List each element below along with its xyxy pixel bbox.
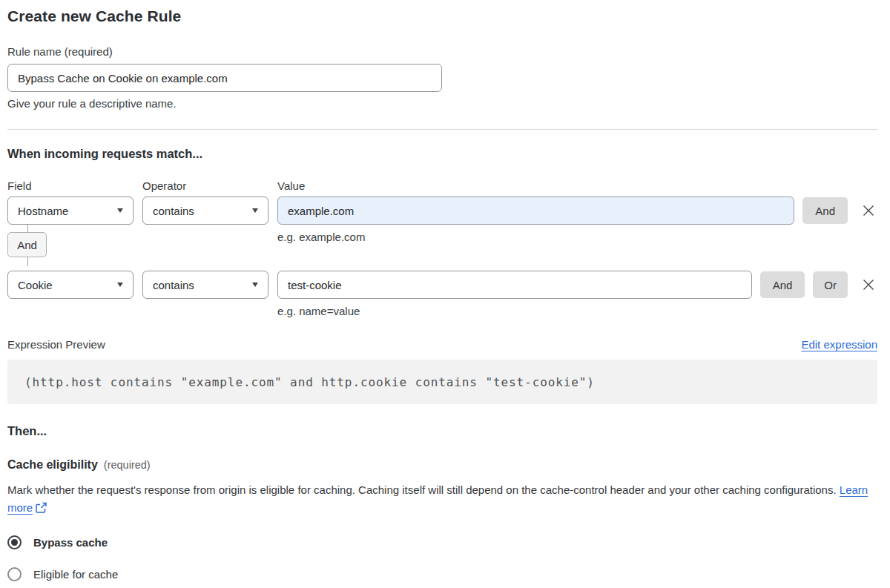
edit-expression-link[interactable]: Edit expression (801, 338, 877, 351)
value-input-1[interactable] (277, 196, 794, 225)
expression-code-block: (http.host contains "example.com" and ht… (7, 360, 877, 404)
cache-eligibility-header: Cache eligibility (required) (7, 458, 877, 472)
field-column-label: Field (7, 179, 142, 192)
rule-name-helper: Give your rule a descriptive name. (7, 97, 877, 110)
chevron-down-icon (252, 208, 258, 213)
connector-line (27, 257, 28, 266)
add-and-condition-button-1[interactable]: And (802, 197, 848, 224)
value-helper-2: e.g. name=value (277, 305, 752, 317)
close-icon (860, 277, 877, 293)
chevron-down-icon (252, 283, 258, 287)
expression-preview-header: Expression Preview Edit expression (7, 338, 877, 351)
create-cache-rule-page: Create new Cache Rule Rule name (require… (0, 0, 890, 581)
field-select-2[interactable]: Cookie (7, 271, 134, 299)
eligible-for-cache-label: Eligible for cache (33, 568, 118, 581)
condition-column-labels: Field Operator Value (7, 179, 877, 192)
description-text: Mark whether the request's response from… (7, 483, 837, 496)
radio-selected-icon[interactable] (7, 535, 22, 549)
operator-select-1[interactable]: contains (142, 196, 268, 225)
close-icon (860, 202, 877, 219)
add-or-condition-button-2[interactable]: Or (813, 271, 848, 298)
value-helper-1: e.g. example.com (277, 231, 794, 243)
connector-line (27, 224, 28, 232)
operator-select-1-value: contains (153, 205, 194, 217)
condition-row-2: Cookie contains e.g. name=value And Or (7, 271, 877, 317)
operator-column-label: Operator (142, 179, 277, 192)
match-heading: When incoming requests match... (7, 147, 877, 161)
operator-select-2[interactable]: contains (142, 271, 268, 299)
remove-condition-button-1[interactable] (860, 202, 877, 219)
required-note: (required) (104, 459, 151, 471)
value-input-2[interactable] (277, 271, 752, 299)
rule-name-input[interactable] (7, 64, 442, 92)
chevron-down-icon (117, 208, 123, 213)
radio-unselected-icon[interactable] (7, 567, 22, 581)
field-select-1[interactable]: Hostname (7, 196, 134, 225)
external-link-icon (36, 501, 47, 518)
cache-eligibility-heading: Cache eligibility (7, 458, 98, 472)
expression-preview-label: Expression Preview (7, 338, 105, 351)
add-and-condition-button-2[interactable]: And (760, 271, 805, 298)
field-select-2-value: Cookie (18, 279, 53, 291)
bypass-cache-label: Bypass cache (33, 536, 108, 549)
condition-row-1: Hostname contains e.g. example.com And (7, 196, 877, 243)
remove-condition-button-2[interactable] (860, 276, 877, 294)
condition-connector: And (7, 243, 877, 266)
field-select-1-value: Hostname (18, 205, 68, 217)
page-title: Create new Cache Rule (7, 7, 877, 25)
value-column-label: Value (277, 179, 305, 192)
cache-eligibility-description: Mark whether the request's response from… (7, 481, 877, 518)
chevron-down-icon (117, 283, 123, 287)
then-heading: Then... (7, 424, 877, 438)
bypass-cache-option[interactable]: Bypass cache (7, 535, 877, 549)
rule-name-label: Rule name (required) (7, 45, 877, 58)
operator-select-2-value: contains (153, 279, 194, 291)
connector-and-chip[interactable]: And (7, 232, 47, 257)
section-divider (7, 129, 877, 130)
eligible-for-cache-option[interactable]: Eligible for cache (7, 567, 877, 581)
